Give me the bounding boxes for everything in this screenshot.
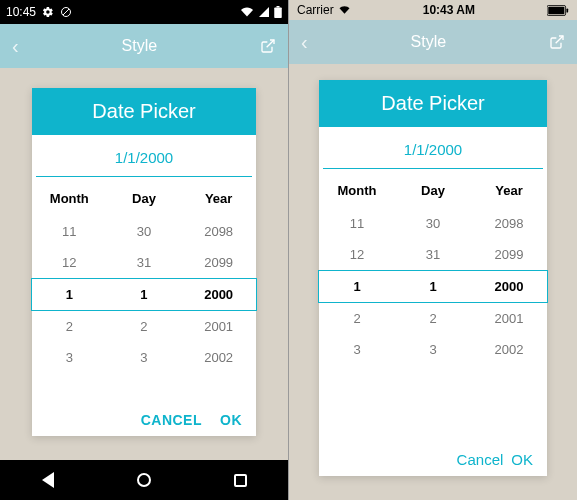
svg-rect-6 bbox=[566, 8, 568, 12]
back-icon[interactable]: ‹ bbox=[12, 35, 19, 58]
picker-cell-month: 2 bbox=[319, 311, 394, 326]
picker-cell-month: 11 bbox=[32, 224, 106, 239]
cancel-button[interactable]: CANCEL bbox=[141, 412, 202, 428]
battery-icon bbox=[274, 6, 282, 18]
picker-row[interactable]: 332002 bbox=[319, 334, 547, 365]
card-title: Date Picker bbox=[319, 80, 547, 127]
ok-button[interactable]: OK bbox=[511, 451, 533, 468]
picker-cell-day: 30 bbox=[395, 216, 470, 231]
wifi-icon bbox=[338, 5, 351, 15]
cancel-button[interactable]: Cancel bbox=[457, 451, 504, 468]
ok-button[interactable]: OK bbox=[220, 412, 242, 428]
picker-cell-year: 2098 bbox=[471, 216, 546, 231]
picker-cell-year: 2099 bbox=[182, 255, 256, 270]
nav-recent-icon[interactable] bbox=[234, 474, 247, 487]
picker-row[interactable]: 112000 bbox=[318, 270, 548, 303]
share-icon[interactable] bbox=[549, 34, 565, 50]
picker-cell-month: 11 bbox=[319, 216, 394, 231]
picker-wheel[interactable]: 1130209812312099112000222001332002 bbox=[319, 208, 547, 365]
picker-cell-year: 2000 bbox=[471, 279, 546, 294]
picker-cell-year: 2098 bbox=[182, 224, 256, 239]
picker-cell-day: 3 bbox=[107, 350, 181, 365]
wifi-icon bbox=[240, 6, 254, 18]
picker-cell-day: 2 bbox=[107, 319, 181, 334]
picker-cell-day: 30 bbox=[107, 224, 181, 239]
android-status-bar: 10:45 bbox=[0, 0, 288, 24]
status-time: 10:43 AM bbox=[423, 3, 475, 17]
date-picker-card: Date Picker 1/1/2000 Month Day Year 1130… bbox=[32, 88, 256, 436]
nav-back-icon[interactable] bbox=[42, 472, 54, 488]
col-month: Month bbox=[319, 183, 394, 198]
picker-cell-month: 1 bbox=[32, 287, 106, 302]
svg-rect-3 bbox=[277, 6, 280, 8]
ios-device: Carrier 10:43 AM ‹ Style Date Picker 1/1… bbox=[289, 0, 577, 500]
svg-line-1 bbox=[63, 9, 69, 15]
picker-wheel[interactable]: 1130209812312099112000222001332002 bbox=[32, 216, 256, 373]
picker-cell-day: 3 bbox=[395, 342, 470, 357]
col-day: Day bbox=[395, 183, 470, 198]
picker-cell-day: 1 bbox=[107, 287, 181, 302]
signal-icon bbox=[258, 6, 270, 18]
col-year: Year bbox=[471, 183, 546, 198]
gear-icon bbox=[42, 6, 54, 18]
android-nav-bar bbox=[0, 460, 288, 500]
picker-cell-year: 2002 bbox=[471, 342, 546, 357]
picker-cell-year: 2000 bbox=[182, 287, 256, 302]
picker-cell-day: 2 bbox=[395, 311, 470, 326]
selected-date-display: 1/1/2000 bbox=[323, 127, 543, 169]
battery-icon bbox=[547, 5, 569, 16]
svg-rect-5 bbox=[548, 6, 564, 14]
picker-cell-month: 3 bbox=[32, 350, 106, 365]
header-title: Style bbox=[19, 37, 260, 55]
picker-header: Month Day Year bbox=[32, 177, 256, 216]
picker-row[interactable]: 112000 bbox=[31, 278, 257, 311]
app-header: ‹ Style bbox=[0, 24, 288, 68]
status-time: 10:45 bbox=[6, 5, 36, 19]
back-icon[interactable]: ‹ bbox=[301, 31, 308, 54]
share-icon[interactable] bbox=[260, 38, 276, 54]
picker-row[interactable]: 12312099 bbox=[32, 247, 256, 278]
picker-row[interactable]: 222001 bbox=[32, 311, 256, 342]
card-title: Date Picker bbox=[32, 88, 256, 135]
picker-cell-month: 3 bbox=[319, 342, 394, 357]
picker-header: Month Day Year bbox=[319, 169, 547, 208]
app-header: ‹ Style bbox=[289, 20, 577, 64]
col-month: Month bbox=[32, 191, 106, 206]
carrier-label: Carrier bbox=[297, 3, 334, 17]
picker-cell-month: 12 bbox=[319, 247, 394, 262]
picker-row[interactable]: 11302098 bbox=[319, 208, 547, 239]
android-device: 10:45 ‹ Style Date Picker bbox=[0, 0, 289, 500]
col-year: Year bbox=[182, 191, 256, 206]
picker-cell-year: 2002 bbox=[182, 350, 256, 365]
picker-cell-day: 1 bbox=[395, 279, 470, 294]
picker-row[interactable]: 332002 bbox=[32, 342, 256, 373]
selected-date-display: 1/1/2000 bbox=[36, 135, 252, 177]
header-title: Style bbox=[308, 33, 549, 51]
picker-cell-day: 31 bbox=[107, 255, 181, 270]
svg-rect-2 bbox=[274, 8, 282, 19]
block-icon bbox=[60, 6, 72, 18]
picker-cell-month: 12 bbox=[32, 255, 106, 270]
picker-cell-day: 31 bbox=[395, 247, 470, 262]
picker-row[interactable]: 222001 bbox=[319, 303, 547, 334]
col-day: Day bbox=[107, 191, 181, 206]
picker-row[interactable]: 12312099 bbox=[319, 239, 547, 270]
picker-row[interactable]: 11302098 bbox=[32, 216, 256, 247]
nav-home-icon[interactable] bbox=[137, 473, 151, 487]
picker-cell-year: 2001 bbox=[182, 319, 256, 334]
ios-status-bar: Carrier 10:43 AM bbox=[289, 0, 577, 20]
date-picker-card: Date Picker 1/1/2000 Month Day Year 1130… bbox=[319, 80, 547, 476]
picker-cell-year: 2099 bbox=[471, 247, 546, 262]
picker-cell-year: 2001 bbox=[471, 311, 546, 326]
picker-cell-month: 1 bbox=[319, 279, 394, 294]
picker-cell-month: 2 bbox=[32, 319, 106, 334]
